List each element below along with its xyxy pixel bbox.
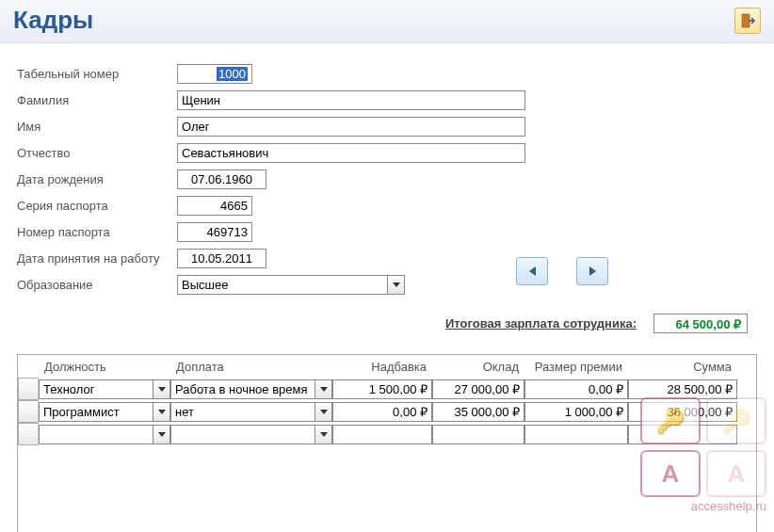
col-header-sum: Сумма bbox=[628, 360, 737, 374]
row-selector[interactable] bbox=[18, 400, 39, 423]
position-dropdown-button[interactable] bbox=[153, 379, 170, 399]
tabel-input[interactable]: 1000 bbox=[177, 64, 252, 84]
table-row bbox=[18, 423, 756, 445]
allowance-cell[interactable] bbox=[332, 379, 432, 399]
label-patronymic: Отчество bbox=[17, 146, 177, 160]
salary-cell[interactable] bbox=[432, 402, 524, 422]
table-row bbox=[18, 378, 756, 400]
salary-cell[interactable] bbox=[432, 425, 524, 444]
edu-select[interactable] bbox=[177, 275, 388, 295]
door-exit-icon bbox=[740, 13, 755, 28]
label-birth: Дата рождения bbox=[17, 172, 177, 186]
name-input[interactable] bbox=[177, 117, 525, 137]
chevron-down-icon bbox=[158, 410, 166, 414]
label-pass-no: Номер паспорта bbox=[17, 225, 177, 239]
svg-rect-0 bbox=[742, 14, 750, 27]
edu-dropdown-button[interactable] bbox=[388, 275, 405, 295]
label-edu: Образование bbox=[17, 278, 177, 292]
chevron-down-icon bbox=[393, 282, 400, 287]
table-row bbox=[18, 400, 756, 423]
surname-input[interactable] bbox=[177, 90, 525, 110]
col-header-bonus: Размер премии bbox=[524, 360, 628, 374]
page-title: Кадры bbox=[13, 6, 93, 35]
bonus-cell[interactable] bbox=[524, 402, 628, 422]
extra-cell[interactable] bbox=[170, 402, 315, 422]
chevron-down-icon bbox=[320, 410, 328, 414]
col-header-salary: Оклад bbox=[432, 360, 524, 374]
chevron-down-icon bbox=[158, 432, 166, 437]
next-record-button[interactable] bbox=[576, 257, 608, 285]
allowance-cell[interactable] bbox=[332, 425, 432, 444]
extra-cell[interactable] bbox=[170, 425, 315, 444]
positions-grid: Должность Доплата Надбавка Оклад Размер … bbox=[17, 354, 757, 532]
col-header-allowance: Надбавка bbox=[332, 360, 432, 374]
label-hired: Дата принятия на работу bbox=[17, 251, 177, 266]
label-tabel: Табельный номер bbox=[17, 67, 177, 81]
triangle-left-icon bbox=[529, 266, 536, 276]
sum-cell[interactable] bbox=[628, 402, 737, 422]
salary-cell[interactable] bbox=[432, 379, 524, 399]
pass-no-input[interactable] bbox=[177, 222, 252, 242]
chevron-down-icon bbox=[320, 432, 328, 437]
chevron-down-icon bbox=[320, 387, 328, 392]
hired-input[interactable] bbox=[177, 249, 266, 268]
pass-series-input[interactable] bbox=[177, 196, 252, 216]
total-salary-label: Итоговая зарплата сотрудника: bbox=[445, 316, 637, 330]
col-header-extra: Доплата bbox=[170, 360, 332, 374]
sum-cell[interactable] bbox=[628, 425, 737, 444]
total-salary-value: 64 500,00 ₽ bbox=[653, 314, 748, 333]
row-selector[interactable] bbox=[18, 423, 39, 445]
position-cell[interactable] bbox=[39, 425, 153, 444]
triangle-right-icon bbox=[589, 266, 596, 276]
row-selector[interactable] bbox=[18, 378, 39, 400]
patronymic-input[interactable] bbox=[177, 143, 525, 163]
position-dropdown-button[interactable] bbox=[153, 425, 170, 444]
extra-cell[interactable] bbox=[170, 379, 315, 399]
label-surname: Фамилия bbox=[17, 93, 177, 107]
position-cell[interactable] bbox=[39, 379, 153, 399]
birth-input[interactable] bbox=[177, 169, 266, 189]
allowance-cell[interactable] bbox=[332, 402, 432, 422]
bonus-cell[interactable] bbox=[524, 379, 628, 399]
extra-dropdown-button[interactable] bbox=[315, 402, 332, 422]
col-header-position: Должность bbox=[39, 360, 170, 374]
chevron-down-icon bbox=[158, 387, 166, 392]
close-form-button[interactable] bbox=[734, 8, 761, 34]
sum-cell[interactable] bbox=[628, 379, 737, 399]
bonus-cell[interactable] bbox=[524, 425, 628, 444]
position-dropdown-button[interactable] bbox=[153, 402, 170, 422]
extra-dropdown-button[interactable] bbox=[315, 379, 332, 399]
label-pass-series: Серия паспорта bbox=[17, 199, 177, 213]
prev-record-button[interactable] bbox=[516, 257, 548, 285]
label-name: Имя bbox=[17, 120, 177, 134]
extra-dropdown-button[interactable] bbox=[315, 425, 332, 444]
position-cell[interactable] bbox=[39, 402, 153, 422]
